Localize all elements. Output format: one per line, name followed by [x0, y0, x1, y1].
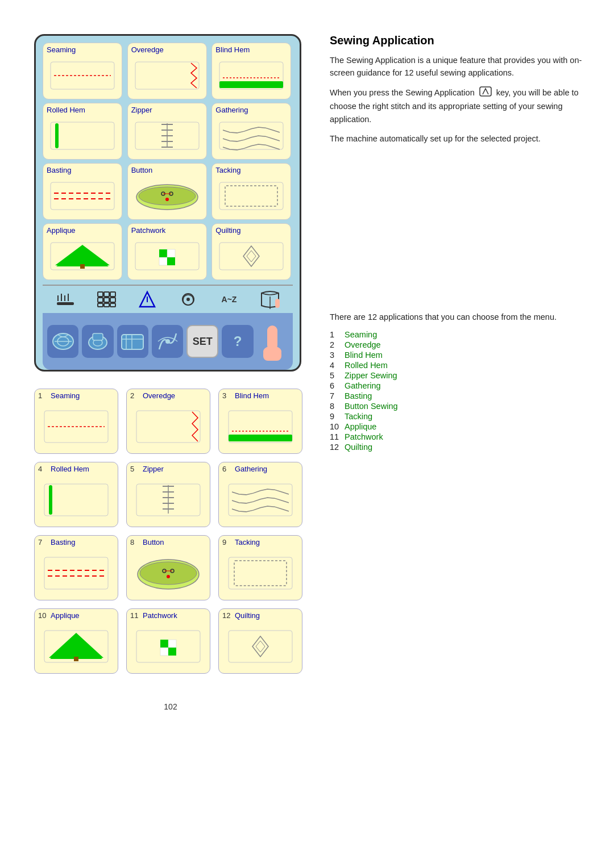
num-icon-blindhem — [222, 400, 298, 451]
num-label-5: 5 — [130, 465, 139, 473]
svg-rect-107 — [160, 640, 168, 648]
list-item-3: 3Blind Hem — [330, 350, 586, 360]
list-num-7: 7 — [330, 391, 341, 400]
right-column: Sewing Application The Sewing Applicatio… — [330, 34, 586, 711]
app-cell-gathering[interactable]: Gathering — [211, 103, 291, 160]
app-cell-overedge[interactable]: Overedge — [127, 43, 207, 99]
app-cell-blindhem[interactable]: Blind Hem — [211, 43, 291, 99]
svg-rect-6 — [51, 122, 114, 149]
app-cell-zipper[interactable]: Zipper — [127, 103, 207, 160]
svg-rect-16 — [51, 182, 114, 210]
app-cell-icon-seaming — [47, 54, 118, 97]
app-cell-label-seaming: Seaming — [47, 45, 76, 54]
machine-screen: SeamingOveredgeBlind HemRolled HemZipper… — [34, 34, 301, 372]
num-icon-gathering — [222, 473, 298, 524]
num-cell-blindhem: 3Blind Hem — [218, 389, 302, 454]
app-cell-basting[interactable]: Basting — [43, 163, 122, 220]
svg-rect-35 — [159, 257, 167, 265]
nav-az-icon[interactable]: A~Z — [217, 289, 242, 310]
nav-sewing-app-icon[interactable] — [135, 289, 160, 310]
app-cell-patchwork[interactable]: Patchwork — [127, 223, 207, 280]
finger-icon — [257, 319, 288, 364]
section-title: Sewing Application — [330, 34, 586, 47]
svg-rect-78 — [229, 435, 292, 441]
btn-stitch3[interactable] — [117, 325, 148, 358]
num-label-10: 10 — [38, 611, 47, 620]
num-name-quilting: Quilting — [235, 611, 260, 620]
sewing-app-icon-inline — [479, 86, 492, 100]
svg-rect-15 — [219, 122, 283, 149]
num-icon-overedge — [130, 400, 206, 451]
list-name-10: Applique — [345, 422, 376, 431]
list-num-2: 2 — [330, 340, 341, 349]
num-cell-quilting: 12Quilting — [218, 608, 302, 674]
svg-point-57 — [186, 298, 190, 301]
btn-help[interactable]: ? — [222, 325, 253, 358]
para2-prefix: When you press the Sewing Application — [330, 88, 475, 97]
num-icon-patchwork — [130, 620, 206, 671]
nav-stitch-icon[interactable] — [53, 289, 78, 310]
num-icon-zipper — [130, 473, 206, 524]
bottom-intro-text: There are 12 applications that you can c… — [330, 311, 586, 324]
svg-rect-52 — [104, 303, 109, 307]
nav-grid-icon[interactable] — [94, 289, 119, 310]
list-item-6: 6Gathering — [330, 381, 586, 391]
num-label-1: 1 — [38, 391, 47, 400]
num-icon-applique — [38, 620, 114, 671]
app-cell-button[interactable]: Button — [127, 163, 207, 220]
list-name-12: Quilting — [345, 443, 372, 452]
svg-rect-47 — [110, 292, 115, 297]
num-cell-overedge: 2Overedge — [126, 389, 210, 454]
num-cell-button: 8Button — [126, 535, 210, 600]
list-name-4: Rolled Hem — [345, 361, 388, 370]
app-cell-label-quilting: Quilting — [215, 226, 240, 235]
num-name-zipper: Zipper — [143, 465, 164, 473]
svg-rect-76 — [136, 411, 200, 443]
svg-rect-31 — [80, 264, 85, 269]
app-cell-seaming[interactable]: Seaming — [43, 43, 122, 99]
list-num-12: 12 — [330, 443, 341, 452]
svg-rect-2 — [135, 62, 199, 89]
nav-bar: A~Z — [43, 285, 293, 313]
svg-rect-50 — [110, 298, 115, 302]
button-bar: SET ? — [43, 313, 293, 370]
list-name-6: Gathering — [345, 381, 381, 390]
section-para3: The machine automatically set up for the… — [330, 132, 586, 145]
svg-rect-80 — [44, 484, 108, 516]
app-cell-label-blindhem: Blind Hem — [215, 45, 250, 54]
svg-rect-53 — [110, 303, 115, 307]
list-num-3: 3 — [330, 350, 341, 360]
list-num-5: 5 — [330, 371, 341, 380]
app-cell-rolledhem[interactable]: Rolled Hem — [43, 103, 122, 160]
num-cell-rolledhem: 4Rolled Hem — [34, 462, 118, 527]
svg-rect-40 — [57, 302, 74, 305]
nav-embroidery-icon[interactable] — [176, 289, 201, 310]
list-item-11: 11Patchwork — [330, 432, 586, 442]
app-cell-quilting[interactable]: Quilting — [211, 223, 291, 280]
list-num-10: 10 — [330, 422, 341, 431]
btn-set[interactable]: SET — [186, 325, 218, 358]
btn-stitch1[interactable] — [47, 325, 78, 358]
app-cell-applique[interactable]: Applique — [43, 223, 122, 280]
num-label-3: 3 — [222, 391, 231, 400]
section-para2: When you press the Sewing Application ke… — [330, 86, 586, 126]
right-top-section: Sewing Application The Sewing Applicatio… — [330, 34, 586, 152]
list-name-9: Tacking — [345, 412, 372, 421]
list-item-9: 9Tacking — [330, 411, 586, 422]
app-cell-icon-patchwork — [131, 235, 203, 277]
app-cell-icon-quilting — [215, 235, 287, 277]
btn-stitch2[interactable] — [82, 325, 113, 358]
app-cell-icon-blindhem — [215, 54, 287, 97]
app-cell-icon-overedge — [131, 54, 203, 97]
list-num-9: 9 — [330, 412, 341, 421]
num-name-overedge: Overedge — [143, 391, 175, 400]
app-cell-tacking[interactable]: Tacking — [211, 163, 291, 220]
btn-stitch4[interactable] — [152, 325, 183, 358]
num-icon-button — [130, 546, 206, 598]
num-icon-tacking — [222, 546, 298, 598]
svg-rect-7 — [55, 123, 59, 148]
nav-memory-icon[interactable] — [258, 289, 283, 310]
svg-rect-45 — [98, 292, 103, 297]
svg-rect-81 — [49, 485, 52, 515]
num-name-blindhem: Blind Hem — [235, 391, 269, 400]
